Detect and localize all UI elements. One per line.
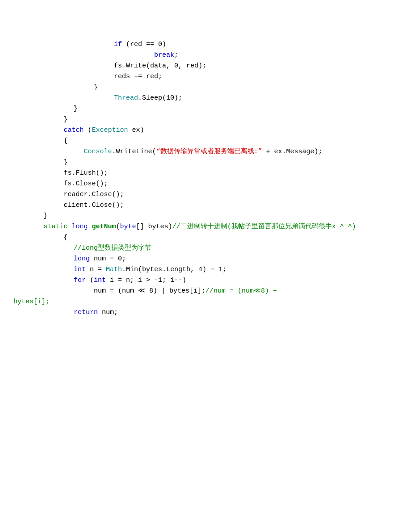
code-line: num = (num ≪ 8) | bytes[i];//num = (num≪… bbox=[13, 286, 398, 297]
code-line: reader.Close(); bbox=[13, 189, 398, 200]
code-line: Console.WriteLine(“数据传输异常或者服务端已离线:” + ex… bbox=[13, 147, 398, 157]
code-line: reds += red; bbox=[13, 71, 398, 82]
code-line: } bbox=[13, 157, 398, 168]
code-line: { bbox=[13, 136, 398, 147]
code-line: fs.Write(data, 0, red); bbox=[13, 61, 398, 71]
code-line: break; bbox=[13, 50, 398, 61]
code-line: fs.Close(); bbox=[13, 179, 398, 189]
code-line: for (int i = n; i > -1; i--) bbox=[13, 275, 398, 286]
code-line: return num; bbox=[13, 307, 398, 318]
code-line-continuation: bytes[i]; bbox=[13, 297, 398, 307]
code-line: } bbox=[13, 114, 398, 125]
code-line: int n = Math.Min(bytes.Length, 4) − 1; bbox=[13, 264, 398, 275]
code-line: } bbox=[13, 211, 398, 222]
code-line: client.Close(); bbox=[13, 200, 398, 211]
code-line: Thread.Sleep(10); bbox=[13, 93, 398, 104]
code-line: } bbox=[13, 104, 398, 114]
code-line: } bbox=[13, 82, 398, 93]
code-line: if (red == 0) bbox=[13, 39, 398, 50]
code-line: //long型数据类型为字节 bbox=[13, 243, 398, 254]
code-line: { bbox=[13, 232, 398, 243]
code-line: catch (Exception ex) bbox=[13, 125, 398, 136]
code-line: long num = 0; bbox=[13, 254, 398, 264]
code-line: static long getNum(byte[] bytes)//二进制转十进… bbox=[13, 222, 398, 232]
code-line: fs.Flush(); bbox=[13, 168, 398, 179]
code-display: if (red == 0)break;fs.Write(data, 0, red… bbox=[13, 18, 398, 318]
